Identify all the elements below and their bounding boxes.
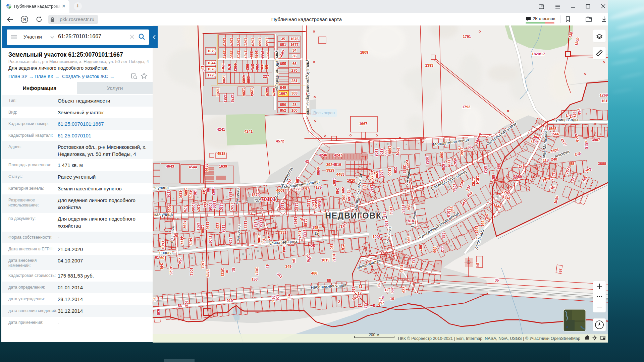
- svg-text:41: 41: [265, 264, 269, 268]
- svg-text:351: 351: [481, 221, 485, 227]
- svg-text:306: 306: [275, 295, 279, 301]
- svg-text:1720: 1720: [207, 73, 215, 77]
- svg-text:1013: 1013: [332, 253, 336, 261]
- svg-text:34: 34: [292, 48, 297, 52]
- svg-text:281: 281: [291, 79, 298, 83]
- svg-text:3929: 3929: [326, 168, 334, 172]
- svg-text:4643: 4643: [166, 164, 174, 168]
- svg-text:84: 84: [476, 263, 480, 267]
- svg-text:1776: 1776: [401, 204, 405, 213]
- svg-text:8: 8: [382, 295, 384, 299]
- svg-text:70101: 70101: [261, 196, 276, 202]
- svg-text:21: 21: [358, 303, 362, 307]
- svg-text:850: 850: [280, 103, 286, 107]
- svg-text:136: 136: [193, 189, 197, 195]
- svg-text:289: 289: [341, 187, 345, 193]
- svg-text:107: 107: [197, 205, 201, 211]
- svg-text:1103: 1103: [374, 148, 378, 157]
- svg-text:4463: 4463: [233, 63, 237, 71]
- svg-text:17: 17: [358, 291, 362, 295]
- svg-text:1644: 1644: [207, 61, 216, 65]
- svg-text:1515: 1515: [400, 264, 404, 273]
- svg-text:1182: 1182: [307, 199, 311, 207]
- svg-text:1079: 1079: [207, 49, 215, 53]
- svg-text:ПКК © Росреестр 2010-2021 | Es: ПКК © Росреестр 2010-2021 | Esri, Interm…: [398, 336, 580, 341]
- svg-text:1353: 1353: [302, 230, 306, 238]
- svg-text:852: 852: [280, 108, 286, 112]
- svg-text:4009: 4009: [276, 188, 284, 192]
- svg-text:1106: 1106: [166, 190, 170, 198]
- svg-text:60: 60: [160, 256, 164, 260]
- svg-text:35: 35: [281, 37, 285, 41]
- svg-text:303: 303: [291, 91, 298, 95]
- svg-text:1679: 1679: [252, 193, 260, 197]
- svg-text:53: 53: [178, 304, 182, 308]
- svg-text:4546: 4546: [317, 199, 321, 207]
- svg-text:1092: 1092: [211, 187, 215, 195]
- svg-text:43: 43: [305, 160, 309, 164]
- svg-text:1172: 1172: [293, 217, 298, 225]
- svg-text:4495: 4495: [205, 164, 209, 172]
- svg-text:1667: 1667: [279, 92, 287, 96]
- svg-text:856: 856: [496, 163, 500, 169]
- svg-text:341: 341: [485, 214, 489, 220]
- svg-text:4567: 4567: [453, 158, 457, 166]
- svg-text:4544: 4544: [189, 165, 197, 169]
- svg-text:енцова: енцова: [159, 250, 173, 255]
- svg-text:911: 911: [287, 294, 291, 300]
- svg-text:3950: 3950: [230, 50, 234, 58]
- svg-text:175: 175: [316, 185, 322, 189]
- svg-text:1279: 1279: [230, 94, 234, 102]
- svg-text:1669: 1669: [258, 38, 262, 46]
- svg-text:1686: 1686: [388, 146, 392, 154]
- svg-text:1409: 1409: [189, 237, 193, 245]
- svg-text:1162: 1162: [389, 206, 393, 215]
- svg-text:1205: 1205: [208, 203, 212, 211]
- svg-text:1672: 1672: [237, 38, 241, 46]
- svg-text:1667: 1667: [359, 122, 367, 126]
- svg-text:134: 134: [411, 257, 415, 264]
- svg-text:3907: 3907: [592, 138, 600, 142]
- svg-text:1194: 1194: [280, 202, 284, 211]
- svg-text:23: 23: [153, 297, 157, 301]
- svg-text:153: 153: [252, 277, 258, 281]
- svg-text:1027: 1027: [255, 267, 259, 275]
- svg-text:248: 248: [335, 188, 339, 194]
- svg-text:1202: 1202: [237, 50, 241, 58]
- svg-text:3893: 3893: [258, 220, 262, 228]
- svg-text:288: 288: [375, 172, 379, 178]
- svg-text:279: 279: [306, 256, 310, 262]
- svg-text:180: 180: [296, 177, 300, 183]
- svg-text:1187: 1187: [294, 203, 299, 211]
- svg-text:66: 66: [292, 62, 297, 66]
- svg-text:55: 55: [327, 279, 331, 283]
- svg-text:229: 229: [402, 287, 406, 293]
- svg-text:2: 2: [338, 300, 340, 304]
- svg-text:145: 145: [312, 226, 318, 230]
- svg-text:36: 36: [292, 54, 297, 58]
- svg-text:4209: 4209: [189, 190, 193, 198]
- svg-text:228: 228: [371, 176, 375, 182]
- svg-text:919: 919: [227, 299, 233, 303]
- svg-text:4036: 4036: [168, 204, 172, 213]
- svg-text:1767: 1767: [244, 50, 248, 58]
- svg-text:200 м: 200 м: [369, 333, 379, 337]
- svg-text:1792: 1792: [462, 105, 470, 109]
- svg-text:6: 6: [226, 269, 228, 274]
- svg-text:Я: Я: [23, 17, 26, 22]
- svg-text:1605: 1605: [184, 188, 188, 196]
- svg-text:346: 346: [160, 263, 164, 269]
- svg-text:1010: 1010: [446, 209, 450, 217]
- svg-text:980: 980: [266, 51, 270, 57]
- svg-text:144: 144: [203, 201, 207, 208]
- svg-text:93: 93: [377, 283, 381, 287]
- svg-text:Весь экран: Весь экран: [313, 111, 335, 115]
- svg-text:849: 849: [280, 85, 286, 89]
- svg-text:1673: 1673: [223, 38, 227, 46]
- svg-text:4483: 4483: [336, 172, 344, 176]
- svg-text:987: 987: [419, 245, 423, 251]
- svg-text:914: 914: [271, 296, 275, 302]
- svg-text:246: 246: [382, 212, 386, 218]
- svg-text:1670: 1670: [251, 38, 255, 46]
- svg-text:4498: 4498: [316, 167, 320, 175]
